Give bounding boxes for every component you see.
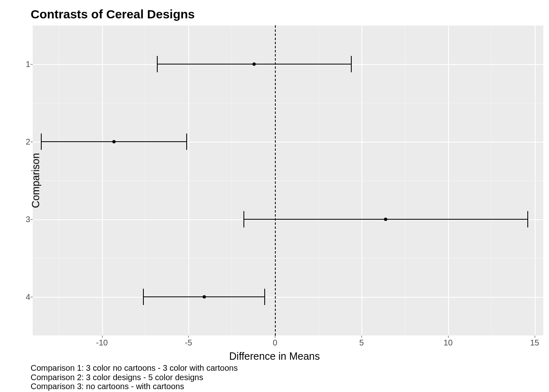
caption-line: Comparison 2: 3 color designs - 5 color … bbox=[31, 373, 203, 382]
errorbar-cap bbox=[143, 289, 144, 305]
chart-title: Contrasts of Cereal Designs bbox=[31, 7, 195, 21]
zero-reference-line bbox=[275, 25, 276, 336]
x-tick-mark bbox=[188, 336, 189, 338]
y-tick-label: 2 bbox=[20, 137, 30, 147]
plot-panel bbox=[33, 25, 543, 336]
x-tick-mark bbox=[102, 336, 103, 338]
errorbar-cap bbox=[186, 134, 187, 150]
y-tick-mark bbox=[31, 297, 33, 297]
grid-minor-h bbox=[33, 180, 543, 181]
x-tick-label: 5 bbox=[359, 338, 364, 347]
errorbar-cap bbox=[157, 56, 158, 72]
y-tick-mark bbox=[31, 142, 33, 142]
point-1 bbox=[252, 62, 256, 66]
y-tick-label: 4 bbox=[20, 292, 30, 302]
errorbar-cap bbox=[527, 211, 528, 227]
grid-major-h bbox=[33, 297, 543, 298]
errorbar-cap bbox=[41, 134, 42, 150]
x-tick-mark bbox=[362, 336, 362, 338]
grid-minor-h bbox=[33, 103, 543, 103]
x-tick-label: 10 bbox=[444, 338, 453, 347]
y-tick-label: 1 bbox=[20, 60, 30, 69]
x-tick-label: 0 bbox=[273, 338, 277, 347]
x-tick-mark bbox=[448, 336, 449, 338]
caption-line: Comparison 1: 3 color no cartoons - 3 co… bbox=[31, 363, 238, 373]
grid-minor-h bbox=[33, 25, 543, 26]
y-tick-mark bbox=[31, 219, 33, 220]
x-axis-title: Difference in Means bbox=[229, 350, 320, 362]
y-tick-label: 3 bbox=[20, 215, 30, 224]
errorbar-cap bbox=[264, 289, 265, 305]
x-tick-label: -10 bbox=[96, 338, 108, 347]
chart-container: Contrasts of Cereal Designs bbox=[0, 0, 549, 392]
x-tick-mark bbox=[275, 336, 275, 338]
x-tick-label: 15 bbox=[530, 338, 539, 347]
x-tick-mark bbox=[535, 336, 535, 338]
grid-minor-h bbox=[33, 258, 543, 258]
x-tick-label: -5 bbox=[185, 338, 192, 347]
y-axis-title: Comparison bbox=[30, 153, 42, 208]
errorbar-cap bbox=[351, 56, 352, 72]
errorbar-cap bbox=[243, 211, 244, 227]
grid-minor-h bbox=[33, 335, 543, 336]
point-2 bbox=[112, 140, 116, 143]
caption-line: Comparison 3: no cartoons - with cartoon… bbox=[31, 382, 184, 391]
y-tick-mark bbox=[31, 64, 33, 65]
point-3 bbox=[384, 218, 387, 221]
point-4 bbox=[203, 295, 206, 298]
